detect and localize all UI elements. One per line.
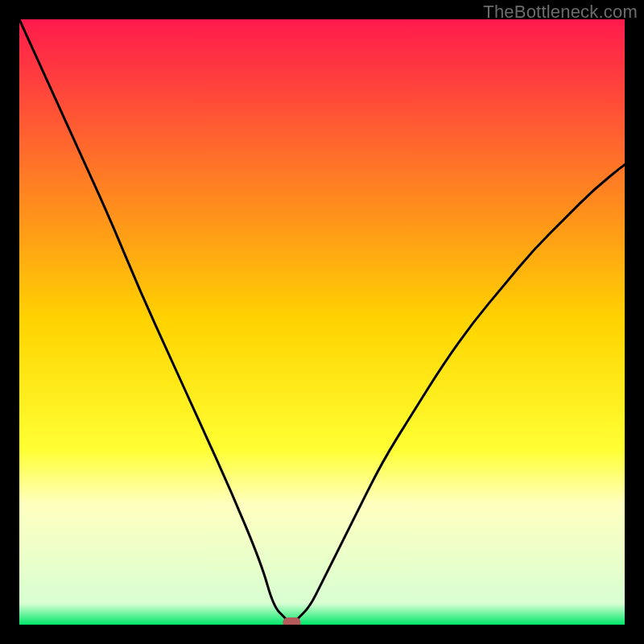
optimum-marker [283, 617, 300, 625]
chart-frame: TheBottleneck.com [0, 0, 644, 644]
gradient-bg [19, 19, 625, 625]
watermark-text: TheBottleneck.com [483, 2, 638, 23]
plot-svg [19, 19, 625, 625]
plot-area [19, 19, 625, 625]
